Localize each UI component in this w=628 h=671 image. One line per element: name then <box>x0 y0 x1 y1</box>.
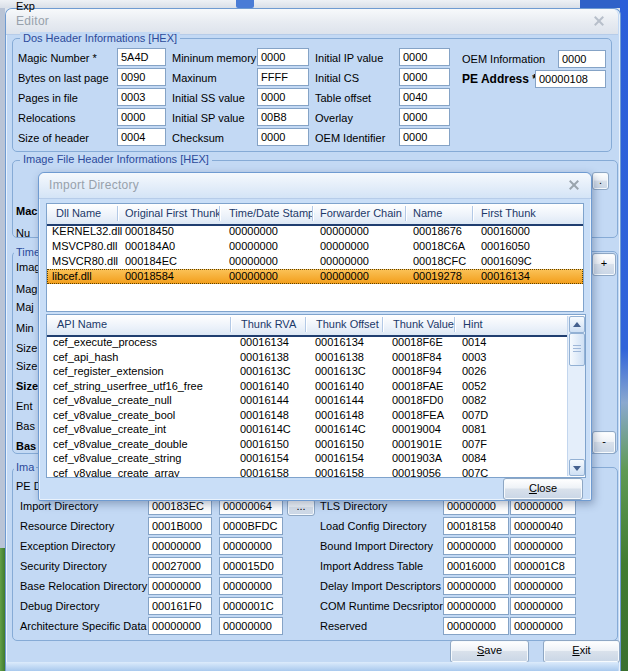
dos-column-3: Initial IP value 0000 Initial CS 0000 Ta… <box>315 48 445 150</box>
api-table-scrollbar[interactable] <box>567 316 585 476</box>
api-table-row[interactable]: cef_v8value_create_array 00016158 000161… <box>47 466 568 478</box>
rva-field[interactable]: 00000000 <box>148 617 212 635</box>
dll-table-row[interactable]: MSVCP80.dll 000184A0 00000000 00000000 0… <box>47 239 583 254</box>
column-header[interactable]: Thunk Value <box>393 315 454 334</box>
rva-field[interactable]: 00000000 <box>443 597 509 615</box>
scroll-up-icon[interactable] <box>569 316 585 333</box>
rva-field[interactable]: 00018158 <box>443 517 509 535</box>
rva-field[interactable]: 0001B000 <box>148 517 212 535</box>
column-header[interactable]: Forwarder Chain <box>320 204 402 223</box>
oem-information-field[interactable]: 0000 <box>558 50 606 68</box>
add-section-button[interactable]: + <box>592 253 616 276</box>
rva-field[interactable]: 00027000 <box>148 557 212 575</box>
field-label: Relocations <box>18 109 75 127</box>
cell-thunk-offset: 00016144 <box>315 393 364 407</box>
rva-field[interactable]: 00000000 <box>148 537 212 555</box>
label-fragment: Ima <box>14 461 36 474</box>
remove-section-button[interactable]: - <box>592 431 616 454</box>
column-header[interactable]: Hint <box>463 315 483 334</box>
api-table-row[interactable]: cef_string_userfree_utf16_free 00016140 … <box>47 379 568 394</box>
size-field[interactable]: 00000000 <box>510 597 576 615</box>
label-fragment: Ent <box>16 400 33 413</box>
dll-table-row[interactable]: MSVCR80.dll 000184EC 00000000 00000000 0… <box>47 254 583 269</box>
dos-field-row: Mininum memory 0000 <box>172 48 312 68</box>
hex-field[interactable]: FFFF <box>257 68 309 86</box>
column-header[interactable]: Thunk RVA <box>241 315 296 334</box>
cell-original-first-thunk: 000184A0 <box>125 239 175 253</box>
hex-field[interactable]: 00B8 <box>257 108 309 126</box>
rva-field[interactable]: 000161F0 <box>148 597 212 615</box>
hex-field[interactable]: 0000 <box>257 88 309 106</box>
desktop-right-edge <box>620 0 628 671</box>
hex-field[interactable]: 0000 <box>399 48 450 66</box>
hex-field[interactable]: 0000 <box>117 108 166 126</box>
size-field[interactable]: 00000000 <box>510 617 576 635</box>
column-header[interactable]: Original First Thunk <box>125 204 221 223</box>
dll-table-row[interactable]: KERNEL32.dll 00018450 00000000 00000000 … <box>47 224 583 239</box>
browse-button-fragment[interactable]: . <box>592 172 609 190</box>
column-header[interactable]: Name <box>413 204 442 223</box>
column-header[interactable]: Dll Name <box>56 204 101 223</box>
pe-directory-row: Import Address Table 00016000 000001C8 <box>320 557 590 577</box>
dll-table-row[interactable]: libcef.dll 00018584 00000000 00000000 00… <box>47 269 583 284</box>
column-header[interactable]: API Name <box>57 315 107 334</box>
api-table-row[interactable]: cef_api_hash 00016138 00016138 00018F84 … <box>47 350 568 365</box>
import-directory-browse-button[interactable]: ... <box>287 499 315 516</box>
hex-field[interactable]: 5A4D <box>117 48 166 66</box>
column-header[interactable]: Time/Date Stamp <box>229 204 314 223</box>
size-field[interactable]: 00000000 <box>219 617 283 635</box>
rva-field[interactable]: 00000000 <box>443 617 509 635</box>
api-table-row[interactable]: cef_v8value_create_null 00016144 0001614… <box>47 393 568 408</box>
save-button[interactable]: Save <box>450 640 529 663</box>
hex-field[interactable]: 0000 <box>399 68 450 86</box>
dos-field-row: Initial CS 0000 <box>315 68 445 88</box>
rva-field[interactable]: 00000000 <box>148 577 212 595</box>
size-field[interactable]: 00000000 <box>219 577 283 595</box>
api-table-row[interactable]: cef_v8value_create_string 00016154 00016… <box>47 451 568 466</box>
column-header[interactable]: Thunk Offset <box>316 315 379 334</box>
label-fragment: Exp <box>16 0 35 13</box>
hex-field[interactable]: 0040 <box>399 88 450 106</box>
hex-field[interactable]: 0000 <box>257 128 309 146</box>
scroll-down-icon[interactable] <box>569 459 585 476</box>
size-field[interactable]: 00000000 <box>510 537 576 555</box>
api-table-row[interactable]: cef_v8value_create_bool 00016148 0001614… <box>47 408 568 423</box>
editor-bottom-frame <box>6 662 618 671</box>
api-table-row[interactable]: cef_execute_process 00016134 00016134 00… <box>47 335 568 350</box>
label-fragment: Mac <box>16 205 37 218</box>
cell-thunk-rva: 00016140 <box>240 379 289 393</box>
cell-original-first-thunk: 00018450 <box>125 224 174 238</box>
pe-address-field[interactable]: 00000108 <box>535 70 606 88</box>
cell-thunk-offset: 00016140 <box>315 379 364 393</box>
hex-field[interactable]: 0003 <box>117 88 166 106</box>
size-field[interactable]: 00000000 <box>219 537 283 555</box>
cell-thunk-rva: 00016144 <box>240 393 289 407</box>
hex-field[interactable]: 0004 <box>117 128 166 146</box>
rva-field[interactable]: 00000000 <box>443 577 509 595</box>
size-field[interactable]: 00000000 <box>510 577 576 595</box>
editor-close-button[interactable] <box>590 14 608 29</box>
hex-field[interactable]: 0000 <box>399 108 450 126</box>
rva-field[interactable]: 00000000 <box>443 537 509 555</box>
size-field[interactable]: 0000BFDC <box>219 517 283 535</box>
cell-name: 00018C6A <box>413 239 465 253</box>
size-field[interactable]: 000001C8 <box>510 557 576 575</box>
close-button[interactable]: Close <box>503 478 583 500</box>
api-table-row[interactable]: cef_v8value_create_double 00016150 00016… <box>47 437 568 452</box>
hex-field[interactable]: 0090 <box>117 68 166 86</box>
api-table-row[interactable]: cef_v8value_create_int 0001614C 0001614C… <box>47 422 568 437</box>
scrollbar-thumb[interactable] <box>569 333 585 366</box>
column-header[interactable]: First Thunk <box>481 204 536 223</box>
exit-button[interactable]: Exit <box>543 640 620 663</box>
dialog-close-button[interactable] <box>565 178 583 193</box>
size-field[interactable]: 00000040 <box>510 517 576 535</box>
size-field[interactable]: 000015D0 <box>219 557 283 575</box>
hex-field[interactable]: 0000 <box>399 128 450 146</box>
api-table-row[interactable]: cef_register_extension 0001613C 0001613C… <box>47 364 568 379</box>
pe-directory-row: Bound Import Directory 00000000 00000000 <box>320 537 590 557</box>
size-field[interactable]: 0000001C <box>219 597 283 615</box>
hex-field[interactable]: 0000 <box>257 48 309 66</box>
dos-column-1: Magic Number * 5A4D Bytes on last page 0… <box>18 48 168 150</box>
cell-hint: 007D <box>462 408 488 422</box>
rva-field[interactable]: 00016000 <box>443 557 509 575</box>
